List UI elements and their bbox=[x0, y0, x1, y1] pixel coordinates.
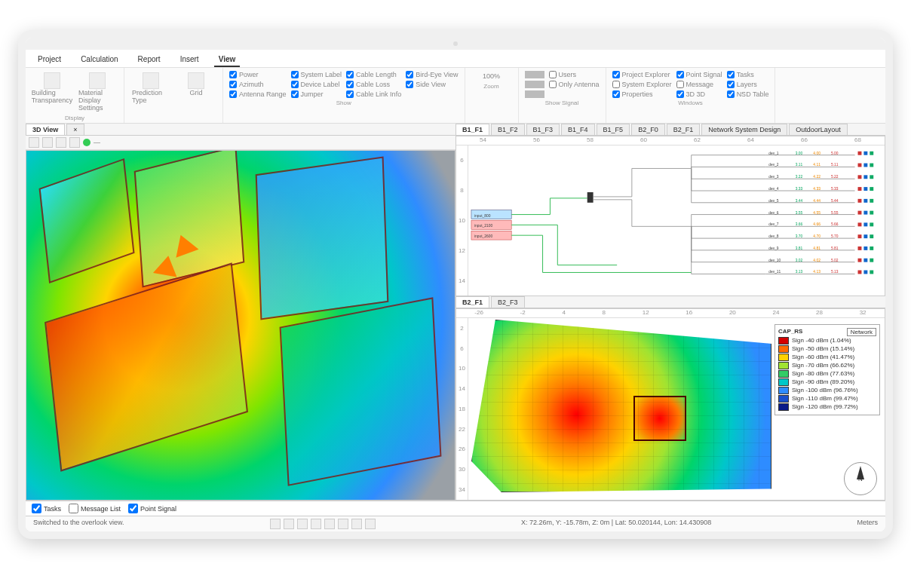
menu-view[interactable]: View bbox=[214, 53, 241, 67]
chk-project-explorer[interactable]: Project Explorer bbox=[612, 71, 672, 78]
tool-icon[interactable] bbox=[311, 519, 321, 529]
building-transparency-button[interactable]: Building Transparency bbox=[32, 71, 72, 106]
tab-point-signal[interactable]: Point Signal bbox=[128, 504, 176, 513]
tab-B1_F5[interactable]: B1_F5 bbox=[597, 124, 630, 135]
tool-icon[interactable] bbox=[270, 519, 281, 529]
chk-message[interactable]: Message bbox=[676, 81, 722, 88]
svg-rect-46 bbox=[858, 211, 862, 215]
legend-row: Sign -120 dBm (99.72%) bbox=[778, 403, 876, 411]
svg-rect-67 bbox=[858, 247, 862, 250]
svg-rect-32 bbox=[858, 187, 862, 191]
building-icon bbox=[44, 72, 60, 89]
view-3d-heatmap[interactable] bbox=[26, 150, 456, 501]
chk-point-signal[interactable]: Point Signal bbox=[676, 71, 722, 78]
svg-rect-69 bbox=[870, 247, 873, 250]
tool-icon[interactable] bbox=[56, 137, 66, 148]
building-block bbox=[44, 263, 248, 472]
tab-B2_F1[interactable]: B2_F1 bbox=[456, 296, 489, 308]
signal-swatch-2 bbox=[525, 81, 544, 88]
chk-users[interactable]: Users bbox=[549, 71, 600, 78]
status-message: Switched to the overlook view. bbox=[33, 519, 124, 529]
svg-text:5.02: 5.02 bbox=[831, 259, 839, 262]
legend-row: Sign -80 dBm (77.63%) bbox=[778, 370, 876, 378]
tab-tasks[interactable]: Tasks bbox=[32, 504, 61, 513]
tool-icon[interactable] bbox=[338, 519, 348, 529]
menu-project[interactable]: Project bbox=[33, 53, 66, 67]
chk-cable-link-info[interactable]: Cable Link Info bbox=[346, 90, 401, 98]
tool-icon[interactable] bbox=[351, 519, 362, 529]
zoom-dropdown[interactable]: 100% bbox=[471, 71, 512, 81]
svg-text:4.44: 4.44 bbox=[813, 199, 821, 203]
chk-system-label[interactable]: System Label bbox=[291, 71, 342, 78]
svg-text:dev_6: dev_6 bbox=[768, 211, 779, 215]
svg-rect-6 bbox=[587, 192, 594, 203]
legend-row: Sign -70 dBm (66.62%) bbox=[778, 362, 876, 369]
legend-row: Sign -50 dBm (15.14%) bbox=[778, 345, 876, 353]
tab-B1_F3[interactable]: B1_F3 bbox=[526, 124, 560, 135]
chk-cable-length[interactable]: Cable Length bbox=[346, 71, 401, 78]
chk-tasks[interactable]: Tasks bbox=[727, 71, 769, 78]
svg-text:input_2100: input_2100 bbox=[474, 224, 493, 228]
legend-row: Sign -60 dBm (41.47%) bbox=[778, 354, 876, 361]
tab-B2_F1[interactable]: B2_F1 bbox=[667, 124, 701, 135]
svg-text:5.66: 5.66 bbox=[831, 222, 839, 226]
chk-system-explorer[interactable]: System Explorer bbox=[612, 81, 672, 88]
chk-layers[interactable]: Layers bbox=[727, 81, 769, 88]
tab-message-list[interactable]: Message List bbox=[69, 504, 121, 513]
compass-icon: N bbox=[844, 462, 877, 495]
chk-device-label[interactable]: Device Label bbox=[291, 81, 342, 88]
svg-text:dev_8: dev_8 bbox=[768, 234, 779, 238]
tab-B1_F2[interactable]: B1_F2 bbox=[491, 124, 525, 135]
tab-Network System Design[interactable]: Network System Design bbox=[701, 124, 787, 135]
grid-button[interactable]: Grid bbox=[176, 71, 216, 98]
svg-rect-55 bbox=[870, 222, 873, 226]
tool-icon[interactable] bbox=[69, 137, 80, 148]
chk-only-antenna[interactable]: Only Antenna bbox=[549, 81, 600, 88]
svg-text:5.22: 5.22 bbox=[831, 175, 839, 179]
svg-rect-82 bbox=[863, 270, 867, 274]
tool-icon[interactable] bbox=[42, 137, 53, 148]
network-button[interactable]: Network bbox=[847, 328, 876, 336]
building-block bbox=[38, 158, 134, 283]
tab-close-icon[interactable]: × bbox=[66, 124, 84, 135]
menu-calculation[interactable]: Calculation bbox=[76, 53, 122, 67]
tab-3d-view[interactable]: 3D View bbox=[26, 124, 65, 135]
chk-sideview[interactable]: Side View bbox=[406, 81, 458, 88]
chk-antenna-range[interactable]: Antenna Range bbox=[229, 90, 287, 98]
svg-text:4.81: 4.81 bbox=[813, 247, 821, 250]
tool-icon[interactable] bbox=[324, 519, 335, 529]
svg-text:4.55: 4.55 bbox=[813, 211, 821, 215]
tool-icon[interactable] bbox=[365, 519, 376, 529]
chk-azimuth[interactable]: Azimuth bbox=[229, 81, 287, 88]
svg-text:4.22: 4.22 bbox=[813, 175, 821, 179]
floorplan-heatmap-view[interactable]: -26-248121620242832 2610141822263034 CAP… bbox=[456, 308, 885, 501]
floor-tabs: B1_F1B1_F2B1_F3B1_F4B1_F5B2_F0B2_F1Netwo… bbox=[456, 124, 885, 136]
tool-icon[interactable] bbox=[297, 519, 308, 529]
chk-properties[interactable]: Properties bbox=[612, 90, 672, 98]
material-display-settings-button[interactable]: Material Display Settings bbox=[77, 71, 118, 113]
chk-jumper[interactable]: Jumper bbox=[291, 90, 342, 98]
chk-birdeye[interactable]: Bird-Eye View bbox=[406, 71, 458, 78]
svg-text:input_2600: input_2600 bbox=[474, 234, 493, 238]
svg-text:3.66: 3.66 bbox=[796, 222, 803, 226]
status-coords: X: 72.26m, Y: -15.78m, Z: 0m | Lat: 50.0… bbox=[521, 519, 711, 529]
chk-nsd-table[interactable]: NSD Table bbox=[727, 90, 769, 98]
chk-power[interactable]: Power bbox=[229, 71, 287, 78]
prediction-type-button[interactable]: Prediction Type bbox=[130, 71, 171, 106]
tab-B2_F0[interactable]: B2_F0 bbox=[631, 124, 665, 135]
menu-report[interactable]: Report bbox=[133, 53, 165, 67]
chk-3d3d[interactable]: 3D 3D bbox=[676, 90, 722, 98]
tab-B2_F3[interactable]: B2_F3 bbox=[491, 296, 525, 308]
tool-icon[interactable] bbox=[29, 137, 39, 148]
tab-B1_F4[interactable]: B1_F4 bbox=[561, 124, 595, 135]
tab-B1_F1[interactable]: B1_F1 bbox=[456, 124, 489, 135]
svg-text:dev_7: dev_7 bbox=[768, 222, 779, 226]
menu-bar: Project Calculation Report Insert View bbox=[26, 50, 885, 68]
legend-row: Sign -40 dBm (1.04%) bbox=[778, 337, 876, 345]
chk-cable-loss[interactable]: Cable Loss bbox=[346, 81, 401, 88]
svg-text:5.55: 5.55 bbox=[831, 211, 839, 215]
tab-OutdoorLayout[interactable]: OutdoorLayout bbox=[789, 124, 848, 135]
menu-insert[interactable]: Insert bbox=[176, 53, 204, 67]
network-system-design-view[interactable]: 5456586062646668 68101214 input_800 inpu… bbox=[456, 136, 885, 296]
tool-icon[interactable] bbox=[284, 519, 294, 529]
